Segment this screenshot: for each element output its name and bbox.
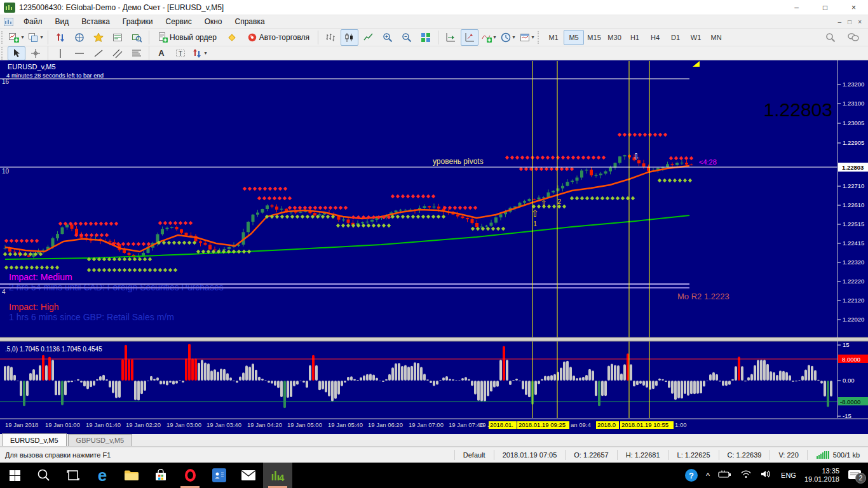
text-label-tool-button[interactable]: T xyxy=(172,46,189,60)
child-minimize-button[interactable]: – xyxy=(838,18,842,25)
text-tool-button[interactable]: A xyxy=(153,46,170,60)
child-restore-button[interactable]: □ xyxy=(848,18,851,25)
taskbar-date: 19.01.2018 xyxy=(804,475,839,484)
chevron-down-icon: ▾ xyxy=(204,51,207,56)
cursor-tool-button[interactable] xyxy=(8,46,25,60)
horizontal-line-tool-button[interactable] xyxy=(71,46,88,60)
arrow-objects-button[interactable]: ▾ xyxy=(191,46,208,60)
status-close: C: 1.22639 xyxy=(719,450,770,461)
tray-chevron-icon[interactable]: ^ xyxy=(706,471,710,480)
time-axis-label: 19 Jan 04:20 xyxy=(247,421,282,428)
start-button[interactable] xyxy=(0,463,29,488)
menu-charts[interactable]: Графики xyxy=(116,16,159,27)
price-axis-label: 1.22220 xyxy=(843,278,864,285)
current-price-label: 1.22803 xyxy=(842,164,864,171)
menu-bar: Файл Вид Вставка Графики Сервис Окно Спр… xyxy=(0,15,868,28)
vertical-line-tool-button[interactable] xyxy=(51,46,69,60)
terminal-button[interactable] xyxy=(109,29,126,46)
object-label: 4 xyxy=(2,288,6,295)
chat-icon[interactable] xyxy=(844,29,862,46)
time-axis-label: 19 Jan 03:40 xyxy=(207,421,241,428)
new-chart-button[interactable]: ▾ xyxy=(8,29,25,46)
timeframe-m30[interactable]: M30 xyxy=(604,30,625,45)
new-order-button[interactable]: Новый ордер xyxy=(153,29,222,46)
status-help-text: Для вызова справки нажмите F1 xyxy=(0,451,111,459)
opera-icon[interactable] xyxy=(175,463,205,488)
price-axis-label: 1.22905 xyxy=(843,139,864,146)
data-window-button[interactable] xyxy=(71,29,88,46)
price-axis-label: 1.22415 xyxy=(843,240,864,247)
menu-help[interactable]: Справка xyxy=(229,16,271,27)
templates-button[interactable]: ▾ xyxy=(518,29,536,46)
file-explorer-icon[interactable] xyxy=(117,463,146,488)
chart-canvas[interactable]: Impact: Medium2 hrs 54 mins until CAD: F… xyxy=(0,60,868,434)
candlestick-chart-button[interactable] xyxy=(341,29,358,46)
menu-file[interactable]: Файл xyxy=(17,16,49,27)
auto-scroll-button[interactable] xyxy=(442,29,459,46)
edge-icon[interactable]: e xyxy=(88,463,117,488)
metaeditor-button[interactable] xyxy=(223,29,241,46)
time-axis-label: 19 Jan 05:00 xyxy=(287,421,322,428)
svg-text:8.0000: 8.0000 xyxy=(842,356,860,363)
menu-view[interactable]: Вид xyxy=(49,16,76,27)
search-icon[interactable] xyxy=(822,29,839,46)
price-axis-label: 1.22710 xyxy=(843,182,864,189)
crosshair-tool-button[interactable] xyxy=(27,46,44,60)
close-button[interactable]: × xyxy=(839,0,868,15)
bar-timer-label: <4:28 xyxy=(699,158,717,166)
notification-icon[interactable]: 2 xyxy=(848,470,862,481)
tab-eurusd[interactable]: EURUSD_v,M5 xyxy=(2,433,67,446)
line-chart-button[interactable] xyxy=(360,29,377,46)
menu-window[interactable]: Окно xyxy=(198,16,229,27)
timeframe-m5[interactable]: M5 xyxy=(564,30,584,45)
timeframe-w1[interactable]: W1 xyxy=(686,30,706,45)
navigator-button[interactable] xyxy=(90,29,107,46)
taskbar-clock[interactable]: 13:35 19.01.2018 xyxy=(804,467,839,484)
time-axis-label: an 09:4 xyxy=(571,421,591,428)
maximize-button[interactable]: □ xyxy=(811,0,839,15)
wifi-icon[interactable] xyxy=(740,470,752,481)
taskbar-search-icon[interactable] xyxy=(29,463,58,488)
help-tray-icon[interactable]: ? xyxy=(685,469,698,482)
trendline-tool-button[interactable] xyxy=(90,46,107,60)
zoom-out-button[interactable] xyxy=(398,29,416,46)
indicators-button[interactable]: ▾ xyxy=(480,29,498,46)
fibonacci-tool-button[interactable] xyxy=(128,46,146,60)
strategy-tester-button[interactable] xyxy=(128,29,146,46)
tile-windows-button[interactable] xyxy=(417,29,435,46)
tab-gbpusd[interactable]: GBPUSD_v,M5 xyxy=(68,434,133,446)
volume-icon[interactable] xyxy=(760,469,773,482)
periods-button[interactable]: ▾ xyxy=(499,29,517,46)
timeframe-h4[interactable]: H4 xyxy=(645,30,665,45)
up-arrow-mark: ⇧ xyxy=(541,199,547,208)
timeframe-d1[interactable]: D1 xyxy=(665,30,686,45)
toolbar-separator xyxy=(48,30,48,44)
task-view-icon[interactable] xyxy=(58,463,88,488)
highlighted-time-label: 2018.01.19 10:55 xyxy=(621,421,668,428)
people-app-icon[interactable] xyxy=(205,463,234,488)
store-icon[interactable] xyxy=(146,463,175,488)
timeframe-h1[interactable]: H1 xyxy=(625,30,645,45)
child-close-button[interactable]: × xyxy=(858,18,862,25)
profiles-button[interactable]: ▾ xyxy=(27,29,44,46)
chart-tabs: EURUSD_v,M5 GBPUSD_v,M5 xyxy=(0,434,868,447)
language-indicator[interactable]: ENG xyxy=(781,471,796,479)
menu-tools[interactable]: Сервис xyxy=(159,16,198,27)
chevron-down-icon: ▾ xyxy=(494,35,496,40)
chart-shift-button[interactable] xyxy=(461,29,478,46)
timeframe-mn[interactable]: MN xyxy=(706,30,726,45)
bar-chart-button[interactable] xyxy=(322,29,339,46)
pane-splitter[interactable] xyxy=(0,337,868,341)
battery-icon[interactable] xyxy=(718,470,732,481)
autotrade-button[interactable]: Авто-торговля xyxy=(242,29,315,46)
minimize-button[interactable]: – xyxy=(782,0,811,15)
time-axis-label: 1:00 xyxy=(675,421,687,428)
menu-insert[interactable]: Вставка xyxy=(75,16,116,27)
timeframe-m15[interactable]: M15 xyxy=(584,30,604,45)
timeframe-m1[interactable]: M1 xyxy=(543,30,564,45)
channel-tool-button[interactable] xyxy=(109,46,126,60)
zoom-in-button[interactable] xyxy=(379,29,397,46)
mail-icon[interactable] xyxy=(234,463,263,488)
market-watch-button[interactable] xyxy=(51,29,69,46)
metatrader-icon[interactable]: 4 xyxy=(263,463,292,488)
